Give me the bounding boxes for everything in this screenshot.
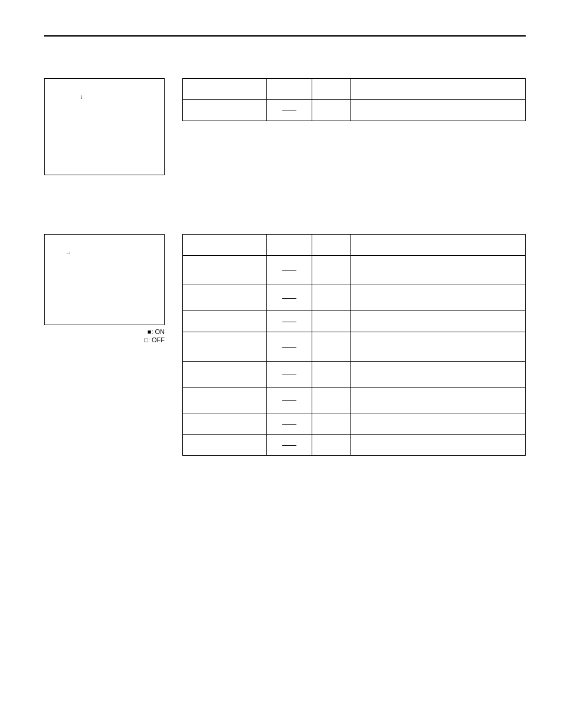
- table-cell: [351, 285, 526, 311]
- table-cell: [351, 256, 526, 285]
- section-1: ↓: [44, 78, 526, 175]
- table-cell: [351, 311, 526, 332]
- table-cell: [312, 388, 351, 413]
- sketch-mark-1: ↓: [80, 93, 83, 100]
- table-cell: [312, 311, 351, 332]
- table-cell: [312, 435, 351, 456]
- table-cell: [312, 256, 351, 285]
- table-row: [183, 100, 526, 121]
- table-row: [183, 413, 526, 435]
- table-cell: [351, 435, 526, 456]
- sketch-box-2: →: [44, 234, 165, 325]
- table-row: [183, 285, 526, 311]
- table-cell: [312, 332, 351, 362]
- page: ↓ → ■: ON □: OFF: [0, 0, 561, 728]
- table-cell: [183, 79, 267, 100]
- table-cell: [312, 235, 351, 256]
- table-cell: [183, 362, 267, 388]
- table-cell: [183, 311, 267, 332]
- table-cell: [351, 79, 526, 100]
- legend-off: □: OFF: [144, 336, 165, 343]
- table-cell: [351, 413, 526, 435]
- table-cell: [183, 285, 267, 311]
- sketch-mark-2: →: [65, 249, 71, 256]
- top-rule: [44, 35, 526, 37]
- table-1: [182, 78, 526, 121]
- table-cell: [267, 79, 312, 100]
- table-cell: [183, 413, 267, 435]
- table-cell-dash: [267, 362, 312, 388]
- legend: ■: ON □: OFF: [44, 328, 165, 345]
- table-cell-dash: [267, 285, 312, 311]
- table-cell: [183, 256, 267, 285]
- table-cell: [312, 79, 351, 100]
- table-row: [183, 235, 526, 256]
- table-row: [183, 311, 526, 332]
- table-row: [183, 256, 526, 285]
- table-cell: [183, 435, 267, 456]
- table-cell-dash: [267, 332, 312, 362]
- table-cell: [267, 235, 312, 256]
- table-cell: [312, 413, 351, 435]
- table-cell: [351, 362, 526, 388]
- table-cell-dash: [267, 311, 312, 332]
- table-cell-dash: [267, 435, 312, 456]
- left-col-2: → ■: ON □: OFF: [44, 234, 165, 345]
- table-row: [183, 79, 526, 100]
- section-2: → ■: ON □: OFF: [44, 234, 526, 456]
- left-col-1: ↓: [44, 78, 165, 175]
- table-cell: [351, 100, 526, 121]
- table-cell: [183, 332, 267, 362]
- table-cell: [183, 100, 267, 121]
- table-cell: [351, 388, 526, 413]
- table-cell: [183, 235, 267, 256]
- table-cell: [312, 100, 351, 121]
- sketch-box-1: ↓: [44, 78, 165, 175]
- table-row: [183, 388, 526, 413]
- table-cell-dash: [267, 100, 312, 121]
- table-cell-dash: [267, 256, 312, 285]
- table-cell: [351, 235, 526, 256]
- table-cell: [312, 362, 351, 388]
- table-row: [183, 435, 526, 456]
- table-cell: [351, 332, 526, 362]
- table-cell: [312, 285, 351, 311]
- table-2: [182, 234, 526, 456]
- table-row: [183, 332, 526, 362]
- table-cell: [183, 388, 267, 413]
- table-cell-dash: [267, 388, 312, 413]
- table-cell-dash: [267, 413, 312, 435]
- legend-on: ■: ON: [148, 328, 165, 335]
- table-row: [183, 362, 526, 388]
